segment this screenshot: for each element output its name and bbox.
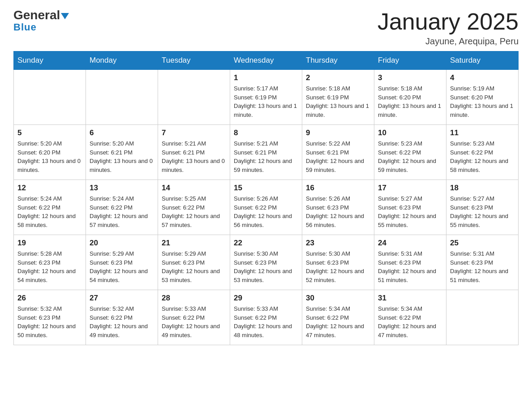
logo-general: General bbox=[13, 8, 60, 22]
day-number: 6 bbox=[90, 128, 154, 137]
calendar-cell bbox=[14, 70, 86, 125]
logo-triangle-icon bbox=[61, 13, 69, 19]
calendar-cell: 28Sunrise: 5:33 AM Sunset: 6:22 PM Dayli… bbox=[158, 290, 230, 345]
day-number: 9 bbox=[306, 128, 370, 137]
day-number: 1 bbox=[234, 73, 298, 82]
day-info: Sunrise: 5:31 AM Sunset: 6:23 PM Dayligh… bbox=[378, 249, 442, 284]
day-number: 29 bbox=[234, 294, 298, 303]
calendar-cell: 27Sunrise: 5:32 AM Sunset: 6:22 PM Dayli… bbox=[86, 290, 158, 345]
day-info: Sunrise: 5:18 AM Sunset: 6:19 PM Dayligh… bbox=[306, 84, 370, 119]
day-number: 15 bbox=[234, 184, 298, 193]
day-number: 28 bbox=[162, 294, 226, 303]
calendar-cell: 29Sunrise: 5:33 AM Sunset: 6:22 PM Dayli… bbox=[230, 290, 302, 345]
day-number: 31 bbox=[378, 294, 442, 303]
day-info: Sunrise: 5:21 AM Sunset: 6:21 PM Dayligh… bbox=[234, 139, 298, 174]
calendar-week-row: 12Sunrise: 5:24 AM Sunset: 6:22 PM Dayli… bbox=[14, 180, 519, 235]
day-number: 10 bbox=[378, 128, 442, 137]
day-number: 5 bbox=[17, 128, 82, 137]
calendar-cell: 21Sunrise: 5:29 AM Sunset: 6:23 PM Dayli… bbox=[158, 235, 230, 290]
day-number: 7 bbox=[162, 128, 226, 137]
day-info: Sunrise: 5:29 AM Sunset: 6:23 PM Dayligh… bbox=[90, 249, 154, 284]
logo: General Blue bbox=[13, 9, 69, 33]
calendar-cell: 11Sunrise: 5:23 AM Sunset: 6:22 PM Dayli… bbox=[446, 125, 519, 180]
day-info: Sunrise: 5:19 AM Sunset: 6:20 PM Dayligh… bbox=[450, 84, 515, 119]
calendar-cell: 23Sunrise: 5:30 AM Sunset: 6:23 PM Dayli… bbox=[302, 235, 374, 290]
day-info: Sunrise: 5:33 AM Sunset: 6:22 PM Dayligh… bbox=[234, 304, 298, 339]
day-number: 23 bbox=[306, 239, 370, 248]
day-number: 14 bbox=[162, 184, 226, 193]
calendar-week-row: 5Sunrise: 5:20 AM Sunset: 6:20 PM Daylig… bbox=[14, 125, 519, 180]
day-number: 3 bbox=[378, 73, 442, 82]
calendar-cell: 26Sunrise: 5:32 AM Sunset: 6:23 PM Dayli… bbox=[14, 290, 86, 345]
calendar-cell: 19Sunrise: 5:28 AM Sunset: 6:23 PM Dayli… bbox=[14, 235, 86, 290]
calendar-cell: 10Sunrise: 5:23 AM Sunset: 6:22 PM Dayli… bbox=[374, 125, 446, 180]
calendar-cell bbox=[158, 70, 230, 125]
day-info: Sunrise: 5:20 AM Sunset: 6:21 PM Dayligh… bbox=[90, 139, 154, 174]
calendar-cell bbox=[86, 70, 158, 125]
logo-blue-text: Blue bbox=[13, 21, 37, 33]
calendar-cell: 5Sunrise: 5:20 AM Sunset: 6:20 PM Daylig… bbox=[14, 125, 86, 180]
calendar-week-row: 26Sunrise: 5:32 AM Sunset: 6:23 PM Dayli… bbox=[14, 290, 519, 345]
day-number: 24 bbox=[378, 239, 442, 248]
day-info: Sunrise: 5:34 AM Sunset: 6:22 PM Dayligh… bbox=[378, 304, 442, 339]
day-info: Sunrise: 5:32 AM Sunset: 6:23 PM Dayligh… bbox=[17, 304, 82, 339]
calendar-cell: 24Sunrise: 5:31 AM Sunset: 6:23 PM Dayli… bbox=[374, 235, 446, 290]
calendar-header-sunday: Sunday bbox=[14, 51, 86, 70]
day-number: 4 bbox=[450, 73, 515, 82]
day-number: 18 bbox=[450, 184, 515, 193]
calendar-cell: 1Sunrise: 5:17 AM Sunset: 6:19 PM Daylig… bbox=[230, 70, 302, 125]
title-block: January 2025 Jayune, Arequipa, Peru bbox=[378, 9, 519, 47]
calendar-week-row: 1Sunrise: 5:17 AM Sunset: 6:19 PM Daylig… bbox=[14, 70, 519, 125]
day-number: 19 bbox=[17, 239, 82, 248]
calendar-cell: 9Sunrise: 5:22 AM Sunset: 6:21 PM Daylig… bbox=[302, 125, 374, 180]
calendar-cell: 20Sunrise: 5:29 AM Sunset: 6:23 PM Dayli… bbox=[86, 235, 158, 290]
day-info: Sunrise: 5:33 AM Sunset: 6:22 PM Dayligh… bbox=[162, 304, 226, 339]
calendar-header-tuesday: Tuesday bbox=[158, 51, 230, 70]
day-info: Sunrise: 5:27 AM Sunset: 6:23 PM Dayligh… bbox=[450, 194, 515, 229]
calendar-header-thursday: Thursday bbox=[302, 51, 374, 70]
month-title: January 2025 bbox=[378, 9, 519, 34]
calendar-cell: 4Sunrise: 5:19 AM Sunset: 6:20 PM Daylig… bbox=[446, 70, 519, 125]
calendar-cell: 12Sunrise: 5:24 AM Sunset: 6:22 PM Dayli… bbox=[14, 180, 86, 235]
day-info: Sunrise: 5:17 AM Sunset: 6:19 PM Dayligh… bbox=[234, 84, 298, 119]
calendar-header-wednesday: Wednesday bbox=[230, 51, 302, 70]
day-info: Sunrise: 5:30 AM Sunset: 6:23 PM Dayligh… bbox=[306, 249, 370, 284]
day-info: Sunrise: 5:34 AM Sunset: 6:22 PM Dayligh… bbox=[306, 304, 370, 339]
day-number: 12 bbox=[17, 184, 82, 193]
day-number: 2 bbox=[306, 73, 370, 82]
calendar-cell: 2Sunrise: 5:18 AM Sunset: 6:19 PM Daylig… bbox=[302, 70, 374, 125]
day-info: Sunrise: 5:25 AM Sunset: 6:22 PM Dayligh… bbox=[162, 194, 226, 229]
calendar-cell: 18Sunrise: 5:27 AM Sunset: 6:23 PM Dayli… bbox=[446, 180, 519, 235]
day-info: Sunrise: 5:27 AM Sunset: 6:23 PM Dayligh… bbox=[378, 194, 442, 229]
calendar-header-friday: Friday bbox=[374, 51, 446, 70]
day-info: Sunrise: 5:24 AM Sunset: 6:22 PM Dayligh… bbox=[17, 194, 82, 229]
day-info: Sunrise: 5:20 AM Sunset: 6:20 PM Dayligh… bbox=[17, 139, 82, 174]
day-number: 27 bbox=[90, 294, 154, 303]
day-number: 16 bbox=[306, 184, 370, 193]
calendar-cell: 17Sunrise: 5:27 AM Sunset: 6:23 PM Dayli… bbox=[374, 180, 446, 235]
day-number: 11 bbox=[450, 128, 515, 137]
calendar-cell: 8Sunrise: 5:21 AM Sunset: 6:21 PM Daylig… bbox=[230, 125, 302, 180]
day-info: Sunrise: 5:30 AM Sunset: 6:23 PM Dayligh… bbox=[234, 249, 298, 284]
calendar-week-row: 19Sunrise: 5:28 AM Sunset: 6:23 PM Dayli… bbox=[14, 235, 519, 290]
calendar-cell: 3Sunrise: 5:18 AM Sunset: 6:20 PM Daylig… bbox=[374, 70, 446, 125]
location-text: Jayune, Arequipa, Peru bbox=[378, 36, 519, 47]
calendar-cell: 31Sunrise: 5:34 AM Sunset: 6:22 PM Dayli… bbox=[374, 290, 446, 345]
day-number: 22 bbox=[234, 239, 298, 248]
day-number: 8 bbox=[234, 128, 298, 137]
day-info: Sunrise: 5:32 AM Sunset: 6:22 PM Dayligh… bbox=[90, 304, 154, 339]
day-info: Sunrise: 5:26 AM Sunset: 6:22 PM Dayligh… bbox=[234, 194, 298, 229]
day-info: Sunrise: 5:24 AM Sunset: 6:22 PM Dayligh… bbox=[90, 194, 154, 229]
day-info: Sunrise: 5:23 AM Sunset: 6:22 PM Dayligh… bbox=[378, 139, 442, 174]
calendar-cell: 14Sunrise: 5:25 AM Sunset: 6:22 PM Dayli… bbox=[158, 180, 230, 235]
logo-main-text: General bbox=[13, 9, 69, 21]
day-info: Sunrise: 5:22 AM Sunset: 6:21 PM Dayligh… bbox=[306, 139, 370, 174]
calendar-cell: 16Sunrise: 5:26 AM Sunset: 6:23 PM Dayli… bbox=[302, 180, 374, 235]
day-number: 20 bbox=[90, 239, 154, 248]
day-info: Sunrise: 5:29 AM Sunset: 6:23 PM Dayligh… bbox=[162, 249, 226, 284]
calendar-header-monday: Monday bbox=[86, 51, 158, 70]
day-info: Sunrise: 5:23 AM Sunset: 6:22 PM Dayligh… bbox=[450, 139, 515, 174]
calendar-cell bbox=[446, 290, 519, 345]
day-info: Sunrise: 5:28 AM Sunset: 6:23 PM Dayligh… bbox=[17, 249, 82, 284]
calendar-cell: 6Sunrise: 5:20 AM Sunset: 6:21 PM Daylig… bbox=[86, 125, 158, 180]
